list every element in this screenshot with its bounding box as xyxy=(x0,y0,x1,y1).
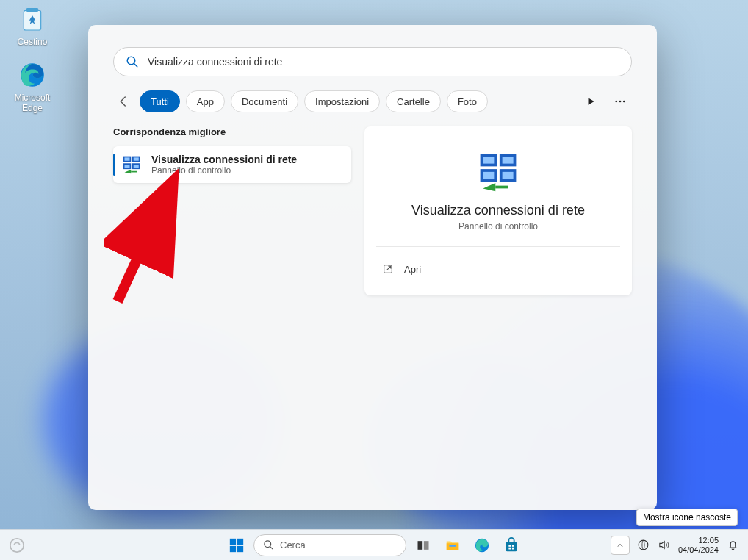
svg-rect-41 xyxy=(508,545,511,547)
chevron-up-icon xyxy=(616,541,625,550)
svg-rect-29 xyxy=(230,538,236,544)
svg-point-6 xyxy=(619,101,622,103)
more-icon xyxy=(614,95,627,108)
search-input[interactable] xyxy=(148,56,619,68)
divider xyxy=(376,246,620,247)
svg-point-5 xyxy=(615,101,617,103)
network-connections-icon xyxy=(122,154,143,175)
taskbar-search[interactable]: Cerca xyxy=(253,534,406,556)
svg-rect-13 xyxy=(134,157,139,160)
task-view-icon xyxy=(416,538,431,553)
start-button[interactable] xyxy=(224,533,249,558)
desktop-icon-recycle-bin[interactable]: Cestino xyxy=(4,4,60,47)
selection-bar xyxy=(113,154,115,176)
more-button[interactable] xyxy=(608,90,632,113)
desktop-icon-label: Cestino xyxy=(4,37,60,47)
preview-pane: Visualizza connessioni di rete Pannello … xyxy=(364,126,632,295)
tray-time: 12:05 xyxy=(678,536,719,545)
preview-title: Visualizza connessioni di rete xyxy=(379,203,617,218)
svg-rect-22 xyxy=(503,157,514,163)
svg-rect-42 xyxy=(512,545,514,547)
search-icon xyxy=(126,55,139,68)
svg-point-28 xyxy=(10,538,24,551)
svg-line-4 xyxy=(134,63,137,67)
svg-point-7 xyxy=(623,101,625,103)
tray-clock[interactable]: 12:05 04/04/2024 xyxy=(678,536,719,554)
svg-rect-38 xyxy=(449,545,456,547)
tray-volume-button[interactable] xyxy=(658,539,671,552)
store-button[interactable] xyxy=(499,533,524,558)
tray-notifications-button[interactable] xyxy=(726,539,739,552)
svg-rect-14 xyxy=(125,165,130,168)
preview-icon xyxy=(476,148,520,193)
filter-chip-folders[interactable]: Cartelle xyxy=(386,90,441,112)
start-search-panel: Tutti App Documenti Impostazioni Cartell… xyxy=(88,25,657,510)
svg-rect-36 xyxy=(424,541,429,550)
edge-icon xyxy=(474,537,490,553)
svg-rect-35 xyxy=(418,541,423,550)
folder-icon xyxy=(445,537,461,553)
globe-icon xyxy=(637,539,650,551)
search-icon xyxy=(263,539,274,550)
preview-subtitle: Pannello di controllo xyxy=(379,221,617,231)
taskbar-edge-button[interactable] xyxy=(470,533,495,558)
svg-rect-15 xyxy=(134,165,139,168)
tray-network-button[interactable] xyxy=(637,539,650,552)
bell-icon xyxy=(727,539,739,551)
svg-rect-40 xyxy=(506,542,517,551)
svg-rect-32 xyxy=(237,545,243,551)
svg-rect-24 xyxy=(503,172,514,179)
filter-chip-documents[interactable]: Documenti xyxy=(231,90,298,112)
svg-rect-44 xyxy=(512,547,514,549)
desktop-icon-edge[interactable]: Microsoft Edge xyxy=(4,60,60,113)
file-explorer-button[interactable] xyxy=(440,533,465,558)
filter-chip-settings[interactable]: Impostazioni xyxy=(304,90,380,112)
tray-overflow-button[interactable] xyxy=(611,536,630,555)
store-icon xyxy=(503,537,519,553)
filter-chip-photos[interactable]: Foto xyxy=(447,90,488,112)
section-best-match: Corrispondenza migliore xyxy=(113,126,351,137)
taskbar-search-placeholder: Cerca xyxy=(280,539,306,550)
desktop-icon-label: Microsoft Edge xyxy=(4,93,60,113)
tray-tooltip: Mostra icone nascoste xyxy=(636,509,738,526)
result-subtitle: Pannello di controllo xyxy=(151,165,297,176)
back-button[interactable] xyxy=(113,91,134,112)
filter-chip-all[interactable]: Tutti xyxy=(140,90,180,112)
svg-rect-31 xyxy=(230,545,236,551)
svg-rect-21 xyxy=(483,157,494,163)
svg-point-33 xyxy=(265,541,271,548)
windows-icon xyxy=(229,537,245,553)
svg-rect-37 xyxy=(447,543,459,550)
task-view-button[interactable] xyxy=(411,533,436,558)
svg-line-34 xyxy=(270,546,273,549)
svg-rect-23 xyxy=(483,172,494,179)
svg-rect-25 xyxy=(495,186,508,189)
taskbar: Cerca 12:05 04/04/2024 xyxy=(0,529,748,560)
tray-date: 04/04/2024 xyxy=(678,545,719,555)
action-label: Apri xyxy=(404,264,421,275)
svg-rect-30 xyxy=(237,538,243,544)
svg-rect-43 xyxy=(508,547,511,549)
speaker-icon xyxy=(658,539,670,551)
svg-rect-12 xyxy=(125,157,130,160)
filter-chip-apps[interactable]: App xyxy=(186,90,225,112)
play-icon xyxy=(586,96,596,107)
result-item[interactable]: Visualizza connessioni di rete Pannello … xyxy=(113,146,351,183)
copilot-icon[interactable] xyxy=(9,537,25,553)
svg-rect-1 xyxy=(26,8,39,12)
result-title: Visualizza connessioni di rete xyxy=(151,154,297,165)
play-button[interactable] xyxy=(579,90,603,113)
arrow-left-icon xyxy=(117,95,130,108)
search-box[interactable] xyxy=(113,47,632,76)
action-open[interactable]: Apri xyxy=(379,257,617,281)
svg-rect-16 xyxy=(131,171,137,173)
open-icon xyxy=(382,263,394,275)
